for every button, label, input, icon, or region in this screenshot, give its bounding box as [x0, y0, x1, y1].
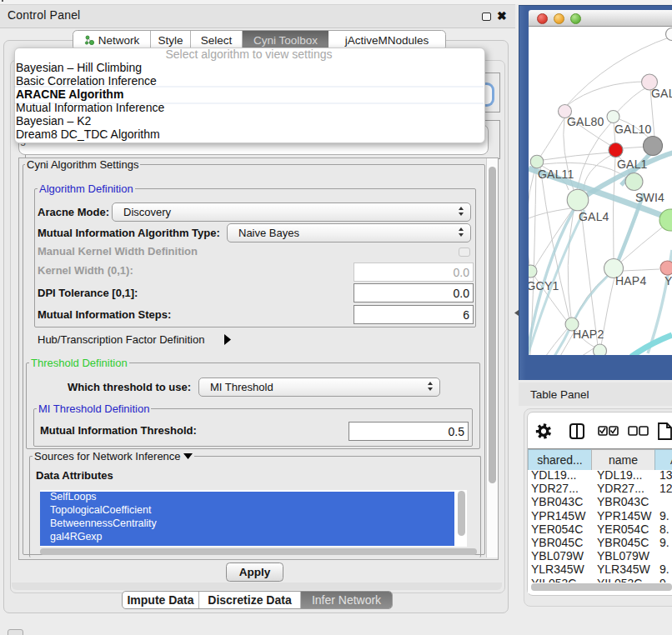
svg-text:GAL4: GAL4 — [579, 210, 609, 223]
svg-text:GAL10: GAL10 — [614, 122, 652, 136]
svg-text:Y: Y — [664, 274, 672, 288]
svg-text:HAP2: HAP2 — [573, 328, 604, 341]
svg-text:HAP4: HAP4 — [615, 274, 646, 288]
svg-text:SWI4: SWI4 — [635, 191, 664, 204]
svg-text:GAL1: GAL1 — [617, 158, 648, 171]
svg-text:GAL80: GAL80 — [567, 115, 604, 128]
svg-text:GCY1: GCY1 — [529, 279, 559, 292]
svg-text:GAL11: GAL11 — [538, 168, 574, 181]
svg-text:GAL: GAL — [651, 87, 672, 100]
